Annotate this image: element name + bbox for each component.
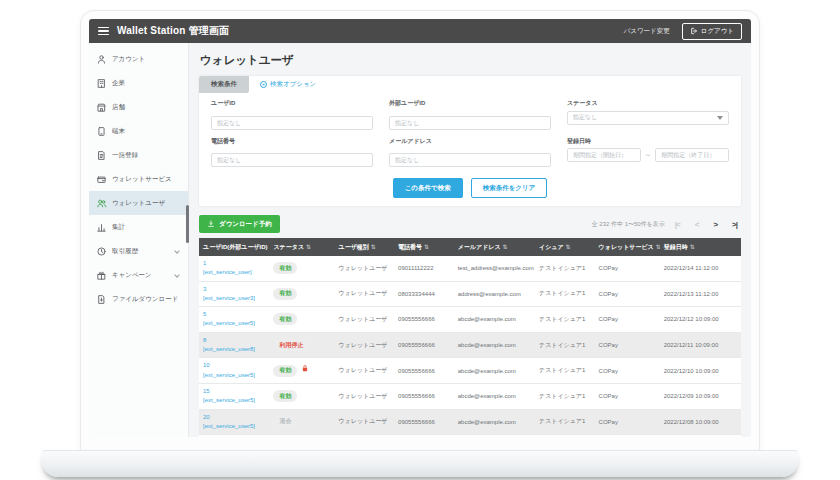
next-page-icon[interactable]: > [713, 220, 717, 229]
sidebar-item-transaction-history[interactable]: 取引履歴 [89, 239, 188, 263]
table-row: 20[ext_service_user5]退会ウォレットユーザ090555566… [199, 409, 741, 435]
sidebar-item-label: 企業 [112, 79, 181, 88]
sort-icon[interactable]: ⇅ [306, 244, 311, 250]
column-header-7[interactable]: 登録日時⇅ [660, 238, 741, 256]
cell-email: abcde@example.com [454, 358, 535, 384]
first-page-icon[interactable]: |< [675, 220, 680, 229]
account-icon [96, 54, 107, 65]
cell-email: abcde@example.com [454, 332, 535, 358]
sidebar-item-aggregate[interactable]: 集計 [89, 215, 188, 239]
cell-user-id: 30[ext_service_user5] [199, 435, 269, 437]
column-header-0[interactable]: ユーザID(外部ユーザID)⇅ [199, 238, 269, 256]
ext-user-id-link[interactable]: [ext_service_user5] [203, 371, 265, 380]
cell-status: 有効 [269, 435, 334, 437]
cell-wallet-service: COPay [595, 383, 660, 409]
cell-issuer: テストイシュア1 [535, 358, 595, 384]
aggregate-icon [96, 222, 107, 233]
sidebar-item-company[interactable]: 企業 [89, 71, 188, 95]
user-id-input[interactable] [211, 116, 373, 130]
cell-issuer: テストイシュア1 [535, 435, 595, 437]
cell-registered-at: 2022/12/14 11:12:00 [660, 256, 741, 281]
ext-user-id-input[interactable] [389, 116, 551, 130]
topbar: Wallet Station 管理画面 パスワード変更 ログアウト [89, 19, 751, 43]
sidebar-item-bulk-register[interactable]: 一括登録 [89, 143, 188, 167]
sidebar-item-campaign[interactable]: キャンペーン [89, 263, 188, 287]
clear-search-button[interactable]: 検索条件をクリア [471, 178, 548, 198]
sidebar: アカウント企業店舗端末一括登録ウォレットサービスウォレットユーザ集計取引履歴キャ… [89, 43, 189, 437]
cell-phone: 09055556666 [394, 332, 454, 358]
user-id-link[interactable]: 20 [203, 413, 265, 422]
table-row: 15[ext_service_user5]有効ウォレットユーザ090555566… [199, 383, 741, 409]
sort-icon[interactable]: ⇅ [371, 244, 376, 250]
sidebar-item-label: 一括登録 [112, 151, 181, 160]
sidebar-item-label: アカウント [112, 55, 181, 64]
sidebar-item-label: ウォレットユーザ [112, 199, 181, 208]
history-icon [96, 246, 107, 257]
download-icon [207, 220, 215, 228]
ext-user-id-link[interactable]: [ext_service_user5] [203, 422, 265, 431]
cell-user-type: ウォレットユーザ [334, 256, 394, 281]
column-header-2[interactable]: ユーザ種別⇅ [334, 238, 394, 256]
ext-user-id-link[interactable]: [ext_service_user8] [203, 345, 265, 354]
ext-user-id-link[interactable]: [ext_service_user] [203, 268, 265, 277]
cell-wallet-service: COPay [595, 409, 660, 435]
search-conditions-tab[interactable]: 検索条件 [199, 76, 249, 93]
cell-user-type: ウォレットユーザ [334, 383, 394, 409]
user-id-link[interactable]: 15 [203, 387, 265, 396]
campaign-icon [96, 270, 107, 281]
cell-user-type: ウォレットユーザ [334, 307, 394, 333]
sidebar-item-terminal[interactable]: 端末 [89, 119, 188, 143]
column-header-6[interactable]: ウォレットサービス⇅ [595, 238, 660, 256]
sidebar-item-account[interactable]: アカウント [89, 47, 188, 71]
table-row: 5[ext_service_user5]有効ウォレットユーザ0905555666… [199, 307, 741, 333]
sidebar-item-file-download[interactable]: ファイルダウンロード [89, 287, 188, 311]
scrollbar-thumb[interactable] [186, 205, 189, 243]
sort-icon[interactable]: ⇅ [424, 244, 429, 250]
user-id-link[interactable]: 10 [203, 361, 265, 370]
cell-phone: 09011112222 [394, 256, 454, 281]
ext-user-id-link[interactable]: [ext_service_user5] [203, 396, 265, 405]
sort-icon[interactable]: ⇅ [503, 244, 508, 250]
password-change-link[interactable]: パスワード変更 [624, 27, 670, 36]
status-badge: 退会 [273, 416, 297, 428]
download-reserve-button[interactable]: ダウンロード予約 [199, 215, 280, 233]
email-input[interactable] [389, 153, 551, 167]
sort-icon[interactable]: ⇅ [566, 244, 571, 250]
menu-icon[interactable] [98, 27, 109, 36]
user-id-link[interactable]: 3 [203, 285, 265, 294]
status-select[interactable]: 指定なし [567, 111, 729, 125]
last-page-icon[interactable]: >| [732, 220, 737, 229]
column-header-4[interactable]: メールアドレス⇅ [454, 238, 535, 256]
search-options-link[interactable]: + 検索オプション [260, 80, 316, 89]
plus-circle-icon: + [260, 81, 267, 88]
field-ext-user-id: 外部ユーザID [389, 99, 551, 130]
chevron-down-icon [717, 116, 723, 120]
ext-user-id-link[interactable]: [ext_service_user5] [203, 319, 265, 328]
column-header-3[interactable]: 電話番号⇅ [394, 238, 454, 256]
sidebar-item-label: 集計 [112, 223, 181, 232]
user-id-link[interactable]: 5 [203, 310, 265, 319]
cell-user-type: ウォレットユーザ [334, 332, 394, 358]
column-header-1[interactable]: ステータス⇅ [269, 238, 334, 256]
registered-from-input[interactable] [567, 148, 641, 162]
registered-to-input[interactable] [655, 148, 729, 162]
cell-registered-at: 2022/12/10 10:09:00 [660, 358, 741, 384]
column-header-5[interactable]: イシュア⇅ [535, 238, 595, 256]
ext-user-id-link[interactable]: [ext_service_user3] [203, 294, 265, 303]
logout-button[interactable]: ログアウト [682, 23, 742, 40]
cell-wallet-service: COPay [595, 435, 660, 437]
sidebar-item-store[interactable]: 店舗 [89, 95, 188, 119]
prev-page-icon[interactable]: < [695, 220, 699, 229]
sidebar-item-wallet-user[interactable]: ウォレットユーザ [89, 191, 188, 215]
field-registered-date: 登録日時 ～ [567, 137, 729, 168]
sort-icon[interactable]: ⇅ [656, 244, 660, 250]
status-badge: 有効 [273, 365, 297, 377]
sort-icon[interactable]: ⇅ [690, 244, 695, 250]
user-id-link[interactable]: 8 [203, 336, 265, 345]
user-id-link[interactable]: 1 [203, 259, 265, 268]
search-button[interactable]: この条件で検索 [393, 178, 463, 198]
sidebar-item-wallet-service[interactable]: ウォレットサービス [89, 167, 188, 191]
chevron-down-icon [174, 248, 180, 254]
sidebar-item-label: キャンペーン [112, 271, 170, 280]
phone-input[interactable] [211, 153, 373, 167]
